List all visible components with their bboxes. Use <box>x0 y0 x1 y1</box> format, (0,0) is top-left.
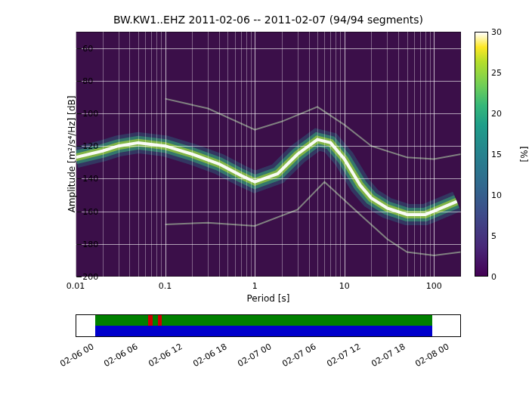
ppsd-svg <box>76 32 461 277</box>
timeline-tick: 02-06 00 <box>45 342 95 376</box>
colorbar-tick: 0 <box>491 272 496 282</box>
x-tick: 10 <box>339 277 350 291</box>
colorbar-tick: 15 <box>491 150 502 159</box>
timeline-tick: 02-07 00 <box>222 342 273 376</box>
colorbar-tick: 30 <box>491 27 502 37</box>
timeline-tick: 02-06 18 <box>178 342 229 376</box>
colorbar-tick: 10 <box>491 190 502 200</box>
x-tick: 0.01 <box>66 277 85 291</box>
timeline-tick: 02-06 06 <box>89 342 140 376</box>
x-tick: 100 <box>426 277 442 291</box>
x-tick: 1 <box>252 277 258 291</box>
timeline-tick: 02-07 06 <box>267 342 317 376</box>
colorbar <box>475 32 488 277</box>
timeline-plot <box>76 314 461 337</box>
timeline-tick: 02-07 18 <box>356 342 407 376</box>
colorbar-tick: 20 <box>491 109 502 119</box>
colorbar-label: [%] <box>519 147 530 162</box>
page-title: BW.KW1..EHZ 2011-02-06 -- 2011-02-07 (94… <box>76 14 461 26</box>
colorbar-tick: 5 <box>491 231 496 241</box>
timeline-tick: 02-08 00 <box>401 342 451 376</box>
y-axis-label: Amplitude [m²/s⁴/Hz] [dB] <box>66 96 77 213</box>
ppsd-heatmap <box>76 32 461 277</box>
timeline-tick: 02-07 12 <box>311 342 362 376</box>
x-axis-label: Period [s] <box>76 293 461 304</box>
timeline-tick: 02-06 12 <box>134 342 184 376</box>
x-tick: 0.1 <box>159 277 172 291</box>
colorbar-tick: 25 <box>491 68 502 78</box>
